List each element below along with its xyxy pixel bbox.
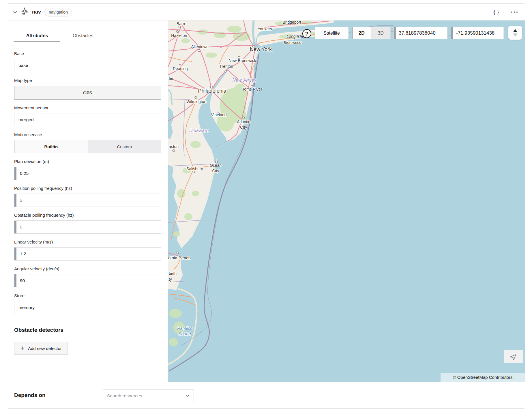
linear-velocity-field xyxy=(14,247,161,261)
map-tiles: Barre Hazleton Allentown Reading ter Phi… xyxy=(168,20,525,382)
map-label-city: Vineland xyxy=(211,113,226,117)
map-label-city: Salisbury xyxy=(186,166,203,171)
map-label-city: Brentwood xyxy=(284,40,301,45)
add-detector-label: Add new detector xyxy=(28,346,62,351)
base-label: Base xyxy=(14,50,161,57)
add-detector-button[interactable]: Add new detector xyxy=(14,342,68,355)
plan-deviation-label: Plan deviation (m) xyxy=(14,158,161,164)
number-drag-handle[interactable] xyxy=(14,167,16,180)
tab-attributes[interactable]: Attributes xyxy=(14,31,60,42)
map-label-city: City xyxy=(212,168,219,173)
help-icon[interactable]: ? xyxy=(302,29,311,38)
map-label-water: Pamlico xyxy=(177,326,192,331)
map-type-gps-button[interactable]: GPS xyxy=(14,86,161,100)
motion-service-toggle: Builtin Custom xyxy=(14,140,161,153)
map-label-city: ter xyxy=(169,76,174,81)
base-input[interactable] xyxy=(14,59,161,72)
map-label-city: Barre xyxy=(177,21,186,26)
linear-velocity-label: Linear velocity (m/s) xyxy=(14,239,161,245)
card-footer: Depends on Search resources xyxy=(7,382,525,409)
number-drag-handle[interactable] xyxy=(14,221,16,233)
motion-service-label: Motion service xyxy=(14,132,161,138)
map-label-city: Wilmington xyxy=(186,99,206,104)
map-label-city: Philadelphia xyxy=(198,88,226,94)
motion-service-custom-button[interactable]: Custom xyxy=(88,140,162,153)
map-label-city: Yonkers xyxy=(258,27,272,31)
map-label-city: ty xyxy=(169,277,172,282)
obstacle-polling-input[interactable] xyxy=(14,221,161,233)
map-label-city: aston xyxy=(169,144,179,149)
tab-obstacles[interactable]: Obstacles xyxy=(60,31,106,42)
more-menu-icon[interactable] xyxy=(511,11,518,13)
number-drag-handle[interactable] xyxy=(394,27,396,39)
card-header: nav navigation {} xyxy=(7,4,525,20)
collapse-chevron-icon[interactable] xyxy=(13,11,17,14)
chevron-down-icon xyxy=(186,394,190,397)
obstacle-polling-field xyxy=(14,220,161,234)
resource-type-badge: navigation xyxy=(44,8,72,16)
step-up-icon[interactable] xyxy=(513,29,518,32)
resource-card: nav navigation {} Attributes Obstacles B… xyxy=(7,3,525,409)
map-label-water: Sound xyxy=(178,331,191,336)
resource-name: nav xyxy=(32,9,41,15)
store-input[interactable] xyxy=(14,301,161,314)
navigation-arrow-icon xyxy=(510,353,518,360)
view-3d-button[interactable]: 3D xyxy=(371,27,391,39)
latitude-input[interactable] xyxy=(394,27,447,39)
map-canvas[interactable]: Barre Hazleton Allentown Reading ter Phi… xyxy=(168,20,525,382)
movement-sensor-input[interactable] xyxy=(14,113,161,126)
number-drag-handle[interactable] xyxy=(451,27,453,39)
movement-sensor-label: Movement sensor xyxy=(14,105,161,111)
longitude-field xyxy=(451,27,504,39)
obstacle-detectors-heading: Obstacle detectors xyxy=(14,327,161,333)
plan-deviation-field xyxy=(14,167,161,180)
map-label-city: beth xyxy=(169,271,177,276)
map-label-city: Ocean xyxy=(210,163,222,168)
angular-velocity-field xyxy=(14,274,161,287)
map-label-city: New Brunswick xyxy=(229,58,256,63)
plus-icon xyxy=(20,346,25,351)
map-label-city: Atlantic xyxy=(237,119,250,124)
motion-service-builtin-button[interactable]: Builtin xyxy=(14,140,88,153)
map-label-city: Bridgeport xyxy=(282,20,301,25)
map-label-city: Reading xyxy=(173,66,188,71)
position-polling-field xyxy=(14,194,161,207)
linear-velocity-input[interactable] xyxy=(14,248,161,260)
angular-velocity-label: Angular velocity (deg/s) xyxy=(14,266,161,272)
search-resources-select[interactable]: Search resources xyxy=(103,389,194,402)
card-body: Attributes Obstacles Base Map type GPS M… xyxy=(7,20,525,382)
map-attribution: © OpenStreetMap Contributors xyxy=(441,373,525,382)
plan-deviation-input[interactable] xyxy=(14,167,161,180)
satellite-toggle-button[interactable]: Satellite xyxy=(315,27,349,39)
number-drag-handle[interactable] xyxy=(14,194,16,207)
map-label-city: New York xyxy=(250,46,272,52)
locate-button[interactable] xyxy=(504,350,523,363)
number-drag-handle[interactable] xyxy=(14,248,16,260)
zoom-stepper[interactable] xyxy=(508,26,522,40)
number-drag-handle[interactable] xyxy=(14,274,16,287)
attributes-form: Attributes Obstacles Base Map type GPS M… xyxy=(7,20,168,382)
map-type-label: Map type xyxy=(14,77,161,83)
view-2d-button[interactable]: 2D xyxy=(352,27,371,39)
search-resources-placeholder: Search resources xyxy=(107,393,186,398)
step-down-icon[interactable] xyxy=(513,33,518,37)
store-label: Store xyxy=(14,293,161,299)
map-label-city: City xyxy=(240,125,247,130)
map-label-city: Allentown xyxy=(191,44,208,49)
obstacle-polling-label: Obstacle polling frequency (hz) xyxy=(14,212,161,218)
depends-on-heading: Depends on xyxy=(14,392,46,398)
map-label-city: Trenton xyxy=(220,64,233,69)
map-label-city: ginia Beach xyxy=(168,255,191,260)
longitude-input[interactable] xyxy=(451,27,503,39)
latitude-field xyxy=(394,27,447,39)
position-polling-input[interactable] xyxy=(14,194,161,207)
tab-bar: Attributes Obstacles xyxy=(14,31,106,42)
map-label-state: Delaware xyxy=(189,128,209,133)
map-label-state: New Jersey xyxy=(233,78,257,83)
code-json-icon[interactable]: {} xyxy=(493,9,500,15)
angular-velocity-input[interactable] xyxy=(14,274,161,287)
map-label-city: Hazleton xyxy=(171,33,187,38)
navigation-service-icon xyxy=(21,8,29,16)
map-label-city: Toms River xyxy=(242,87,262,91)
position-polling-label: Position polling frequency (hz) xyxy=(14,185,161,191)
